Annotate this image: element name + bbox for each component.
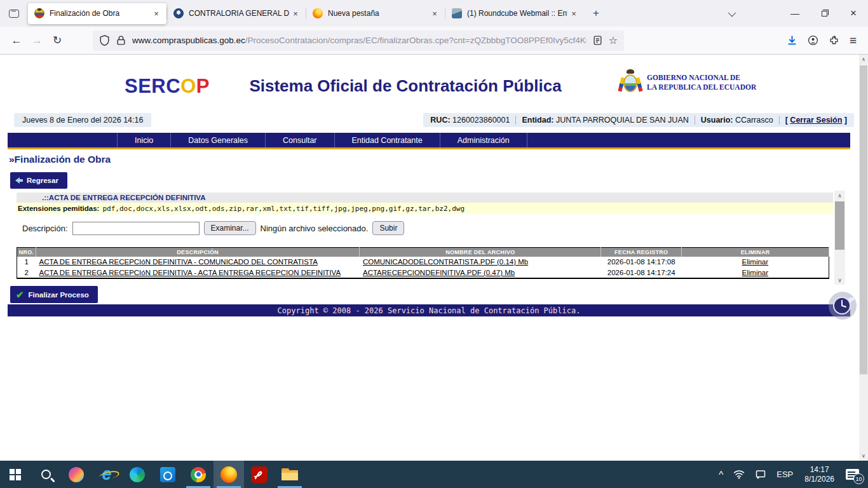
url-path: /ProcesoContratacion/compras/EC/finaliza… — [245, 36, 587, 45]
shield-icon[interactable] — [99, 35, 110, 46]
page-title: »Finalización de Obra — [9, 154, 111, 165]
list-all-tabs-button[interactable] — [721, 3, 741, 24]
back-button[interactable]: ← — [6, 30, 27, 51]
copilot-button[interactable] — [61, 461, 92, 488]
firefox-view-button[interactable] — [5, 4, 23, 22]
firefox-icon — [220, 466, 237, 483]
toolbar-right-icons: ≡ — [787, 34, 862, 48]
tray-time: 14:17 — [810, 465, 829, 475]
logout: [ Cerrar Sesión ] — [785, 116, 847, 125]
tab-contraloria[interactable]: CONTRALORIA GENERAL DEL ES × — [167, 3, 306, 24]
url-bar[interactable]: www.compraspublicas.gob.ec/ProcesoContra… — [93, 30, 624, 51]
lock-icon[interactable] — [116, 35, 126, 46]
finalizar-proceso-button[interactable]: ✔ Finalizar Proceso — [10, 286, 98, 303]
winged-clock-icon — [828, 290, 858, 320]
nav-item-administracion[interactable]: Administración — [440, 133, 527, 147]
inner-scrollbar[interactable]: ∧ ∨ — [834, 191, 845, 285]
tab-close-button[interactable]: × — [428, 7, 441, 20]
reader-mode-icon[interactable] — [592, 35, 603, 46]
tab-finalizacion-de-obra[interactable]: Finalización de Obra × — [28, 3, 166, 24]
windows-logo-icon — [10, 469, 21, 480]
check-icon: ✔ — [16, 289, 24, 301]
internet-explorer-button[interactable]: e — [92, 461, 122, 488]
gov-line1: GOBIERNO NACIONAL DE — [647, 73, 756, 83]
menu-hamburger-icon[interactable]: ≡ — [850, 34, 857, 48]
scroll-down-arrow[interactable]: ∨ — [834, 275, 845, 285]
timer-extension-overlay[interactable] — [828, 290, 858, 320]
account-icon[interactable] — [808, 35, 818, 46]
reload-button[interactable]: ↻ — [47, 30, 67, 51]
close-window-button[interactable]: × — [839, 0, 868, 27]
delete-link[interactable]: Eliminar — [742, 258, 769, 266]
regresar-button[interactable]: Regresar — [10, 172, 67, 189]
tab-title: Finalización de Obra — [50, 9, 150, 18]
url-text[interactable]: www.compraspublicas.gob.ec/ProcesoContra… — [132, 36, 587, 45]
document-description-link[interactable]: ACTA DE ENTREGA RECEPCIóN DEFINITIVA - C… — [39, 258, 317, 266]
gov-line2: LA REPUBLICA DEL ECUADOR — [647, 83, 756, 92]
folder-icon — [281, 468, 298, 480]
forward-button: → — [27, 30, 47, 51]
tab-title: Nueva pestaña — [328, 9, 428, 18]
outlook-button[interactable] — [153, 461, 183, 488]
notification-center-button[interactable]: 10 — [841, 461, 868, 488]
chrome-button[interactable] — [183, 461, 214, 488]
cast-screen-icon[interactable] — [750, 461, 771, 488]
minimize-button[interactable]: — — [780, 0, 810, 27]
back-arrow-icon — [15, 177, 23, 184]
document-file-link[interactable]: COMUNICADODELCONTRATISTA.PDF (0.14) Mb — [363, 258, 528, 266]
nav-item-entidad-contratante[interactable]: Entidad Contratante — [334, 133, 440, 147]
tray-show-hidden-icons[interactable]: ^ — [714, 461, 728, 488]
tab-close-button[interactable]: × — [150, 7, 163, 20]
col-nro: NRO. — [17, 248, 36, 257]
copilot-icon — [69, 467, 84, 482]
system-tray: ^ ESP 14:17 8/1/2026 10 — [714, 461, 868, 488]
ruc-label: RUC: — [430, 116, 450, 125]
col-eliminar: ELIMINAR — [682, 248, 829, 257]
firefox-button[interactable] — [214, 461, 244, 488]
logout-link[interactable]: Cerrar Sesión — [790, 116, 842, 125]
tab-nueva-pestana[interactable]: Nueva pestaña × — [306, 3, 445, 24]
new-tab-button[interactable]: + — [587, 4, 606, 23]
start-button[interactable] — [0, 461, 31, 488]
bookmark-star-icon[interactable]: ☆ — [609, 34, 618, 46]
clock[interactable]: 14:17 8/1/2026 — [798, 461, 841, 488]
window-controls: — × — [721, 0, 868, 27]
description-input[interactable] — [72, 222, 200, 235]
edge-button[interactable] — [122, 461, 153, 488]
scroll-up-arrow[interactable]: ∧ — [859, 55, 868, 64]
nav-item-consultar[interactable]: Consultar — [265, 133, 334, 147]
acrobat-button[interactable] — [244, 461, 275, 488]
inner-scrollbar-thumb[interactable] — [835, 201, 844, 250]
upload-button[interactable]: Subir — [372, 221, 404, 235]
user-value: CCarrasco — [735, 116, 773, 125]
document-description-link[interactable]: ACTA DE ENTREGA RECEPCIóN DEFINITIVA - A… — [39, 269, 341, 276]
document-file-link[interactable]: ACTARECEPCIONDEFINITIVA.PDF (0.47) Mb — [363, 269, 515, 276]
government-logo: GOBIERNO NACIONAL DE LA REPUBLICA DEL EC… — [620, 69, 756, 97]
downloads-icon[interactable] — [787, 35, 797, 46]
row-fecha: 2026-01-08 14:17:08 — [601, 257, 682, 268]
table-row: 1 ACTA DE ENTREGA RECEPCIóN DEFINITIVA -… — [17, 257, 829, 268]
tab-title: (1) Roundcube Webmail :: Entra — [467, 9, 567, 18]
browser-scrollbar-thumb[interactable] — [860, 65, 867, 374]
scroll-down-arrow[interactable]: ∨ — [859, 451, 868, 461]
extensions-puzzle-icon[interactable] — [829, 35, 839, 46]
nav-item-datos-generales[interactable]: Datos Generales — [170, 133, 265, 147]
entity-value: JUNTA PARROQUIAL DE SAN JUAN — [556, 116, 689, 125]
restore-button[interactable] — [810, 0, 839, 27]
tab-close-button[interactable]: × — [289, 7, 302, 20]
tab-roundcube-webmail[interactable]: (1) Roundcube Webmail :: Entra × — [445, 3, 584, 24]
regresar-label: Regresar — [27, 177, 58, 184]
ecuador-coat-of-arms-icon — [620, 69, 641, 97]
language-indicator[interactable]: ESP — [771, 461, 798, 488]
browser-scrollbar[interactable]: ∧ ∨ — [859, 55, 868, 461]
scroll-up-arrow[interactable]: ∧ — [834, 191, 845, 200]
nav-item-inicio[interactable]: Inicio — [117, 133, 170, 147]
file-explorer-button[interactable] — [275, 461, 305, 488]
firefox-favicon — [313, 8, 323, 18]
delete-link[interactable]: Eliminar — [742, 269, 769, 276]
internet-explorer-icon: e — [102, 466, 111, 483]
taskbar-search-button[interactable] — [31, 461, 61, 488]
wifi-icon[interactable] — [728, 461, 750, 488]
browse-file-button[interactable]: Examinar... — [204, 221, 256, 235]
tab-close-button[interactable]: × — [567, 7, 580, 20]
